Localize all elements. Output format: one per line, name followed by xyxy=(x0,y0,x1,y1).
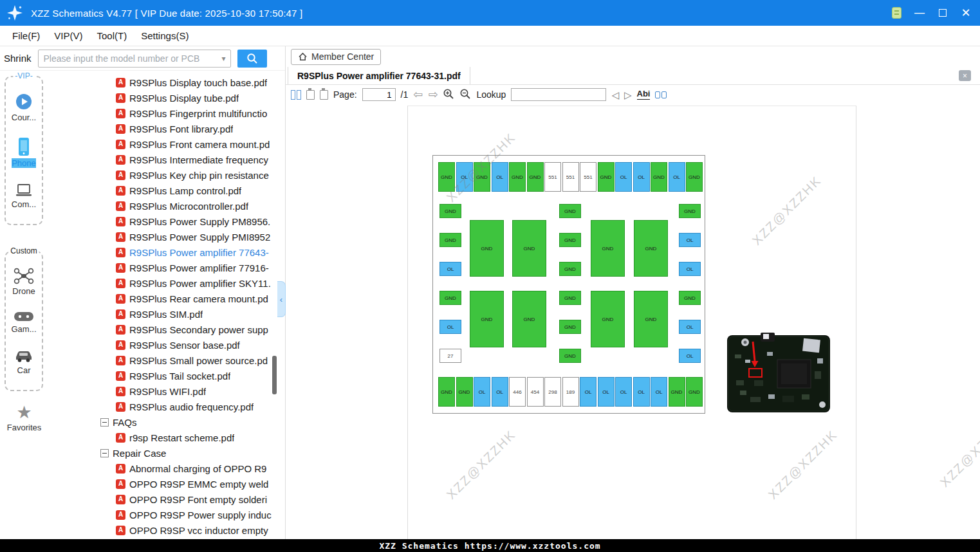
menu-item[interactable]: File(F) xyxy=(5,30,47,41)
highlight-all-icon[interactable] xyxy=(655,91,667,98)
previous-page-icon[interactable]: ⇦ xyxy=(413,89,423,100)
menu-item[interactable]: Settings(S) xyxy=(134,30,196,41)
tree-item-label: R9SPlus SIM.pdf xyxy=(129,309,203,320)
pad-block: GND xyxy=(512,220,546,277)
font-tool-icon[interactable]: Abi xyxy=(637,89,651,99)
pdf-file-icon: A xyxy=(116,309,125,319)
collapse-minus-icon[interactable] xyxy=(100,449,109,457)
tree-item[interactable]: A R9SPlus Power amplifier SKY11. xyxy=(48,275,285,291)
chevron-down-icon[interactable]: ▾ xyxy=(217,54,230,63)
tree-item-label: R9SPlus Secondary power supp xyxy=(129,324,268,335)
close-tab-icon[interactable]: × xyxy=(959,70,971,81)
search-button[interactable] xyxy=(237,50,267,68)
shrink-button[interactable]: Shrink xyxy=(4,53,32,64)
pdf-viewer[interactable]: GNDOLGNDOLGNDGND551551551GNDOLOLGNDOLGND… xyxy=(286,104,980,539)
maximize-button[interactable] xyxy=(931,0,954,26)
vip-clipboard-icon[interactable] xyxy=(885,0,908,26)
tree-item[interactable]: A R9SPlus Secondary power supp xyxy=(48,322,285,337)
tree-item-label: R9SPlus Power amplifier 77643- xyxy=(129,247,269,258)
file-tree: A R9SPlus Display touch base.pdf A R9SPl… xyxy=(48,71,285,539)
tree-scrollbar-thumb[interactable] xyxy=(272,356,277,394)
tree-item-label: OPPO R9SP Power supply induc xyxy=(129,510,272,520)
pad-block: GND xyxy=(591,220,625,277)
tree-item[interactable]: A R9SPlus Fingerprint multifunctio xyxy=(48,106,285,121)
pdf-page: GNDOLGNDOLGNDGND551551551GNDOLOLGNDOLGND… xyxy=(407,106,856,539)
watermark: XZZ@XZZHK xyxy=(938,415,980,490)
pdf-file-icon: A xyxy=(116,387,125,396)
page-number-input[interactable] xyxy=(362,88,396,101)
tree-item[interactable]: A R9SPlus Tail socket.pdf xyxy=(48,368,285,383)
collapse-minus-icon[interactable] xyxy=(100,418,109,427)
custom-section: Custom xyxy=(5,251,43,391)
member-center-button[interactable]: Member Center xyxy=(291,49,381,65)
tree-item[interactable]: A r9sp Restart scheme.pdf xyxy=(48,430,285,445)
menu-item[interactable]: Tool(T) xyxy=(90,30,134,41)
tree-item-label: R9SPlus Power amplifier 77916- xyxy=(129,262,269,273)
minimize-button[interactable]: — xyxy=(908,0,931,26)
sidebar-item-car[interactable]: Car xyxy=(14,349,34,375)
tree-item[interactable]: A R9SPlus Microcontroller.pdf xyxy=(48,198,285,214)
find-next-icon[interactable]: ▷ xyxy=(624,90,632,100)
tree-item[interactable]: A R9SPlus Intermediate frequency xyxy=(48,152,285,167)
next-page-icon[interactable]: ⇨ xyxy=(428,89,438,100)
page-label: Page: xyxy=(333,89,357,100)
pad-cell: GND xyxy=(559,233,581,247)
pad-cell: GND xyxy=(686,377,703,407)
zoom-out-icon[interactable] xyxy=(459,88,471,102)
pdf-file-icon: A xyxy=(116,170,125,180)
tree-item[interactable]: A R9SPlus WIFI.pdf xyxy=(48,383,285,399)
tree-item[interactable]: A Abnormal charging of OPPO R9 xyxy=(48,461,285,476)
close-button[interactable]: ✕ xyxy=(954,0,977,26)
sidebar-item-phone[interactable]: Phone xyxy=(12,137,36,168)
tree-item[interactable]: A R9SPlus Display touch base.pdf xyxy=(48,75,285,90)
search-input[interactable] xyxy=(39,53,217,64)
tree-item[interactable]: A R9SPlus Power amplifier 77916- xyxy=(48,260,285,275)
tree-item[interactable]: A R9SPlus Lamp control.pdf xyxy=(48,183,285,198)
tree-item[interactable]: A R9SPlus Front camera mount.pd xyxy=(48,136,285,152)
zoom-in-icon[interactable] xyxy=(443,88,454,102)
document-pane: Member Center R9SPlus Power amplifier 77… xyxy=(285,46,980,539)
pad-cell: OL xyxy=(474,377,490,407)
tree-item[interactable]: A R9SPlus Rear camera mount.pd xyxy=(48,291,285,306)
tree-item-label: R9SPlus Intermediate frequency xyxy=(129,154,268,165)
sidebar-item-course[interactable]: Cour... xyxy=(12,93,36,122)
pdf-file-icon: A xyxy=(116,479,125,489)
tree-item[interactable]: A R9SPlus Font library.pdf xyxy=(48,121,285,136)
sidebar-item-computer[interactable]: Com... xyxy=(12,183,36,209)
tree-item[interactable]: A R9SPlus Power amplifier 77643- xyxy=(48,244,285,260)
tree-item[interactable]: A R9SPlus Power Supply PMI8952 xyxy=(48,229,285,244)
tree-item[interactable]: A R9SPlus SIM.pdf xyxy=(48,306,285,322)
tree-item[interactable]: A R9SPlus Power Supply PM8956. xyxy=(48,214,285,229)
car-icon xyxy=(14,349,34,363)
pad-cell: GND xyxy=(559,204,581,218)
lookup-input[interactable] xyxy=(511,88,606,101)
sidebar-item-drone[interactable]: Drone xyxy=(12,268,35,296)
tree-item[interactable]: A R9SPlus Key chip pin resistance xyxy=(48,167,285,183)
rotate-left-icon[interactable] xyxy=(306,90,315,100)
sidebar-item-game[interactable]: Gam... xyxy=(11,311,36,334)
pad-cell: GND xyxy=(598,162,615,192)
rotate-right-icon[interactable] xyxy=(320,90,328,100)
tree-item[interactable]: A OPPO R9SP EMMC empty weld xyxy=(48,476,285,492)
tree-item[interactable]: A OPPO R9SP Power supply induc xyxy=(48,507,285,522)
tree-item[interactable]: A OPPO R9SP Font empty solderi xyxy=(48,492,285,507)
two-page-view-icon[interactable] xyxy=(291,90,301,100)
sidebar-item-favorites[interactable]: ★ Favorites xyxy=(0,404,48,432)
tree-item-label: R9SPlus Power amplifier SKY11. xyxy=(129,278,271,289)
tree-group-faqs[interactable]: FAQs xyxy=(48,414,285,430)
tree-item[interactable]: A R9SPlus audio frequency.pdf xyxy=(48,399,285,414)
panel-collapse-handle[interactable]: ‹ xyxy=(277,281,286,317)
pdf-file-icon: A xyxy=(116,78,125,87)
chip-pad-diagram: GNDOLGNDOLGNDGND551551551GNDOLOLGNDOLGND… xyxy=(432,155,705,414)
tree-item[interactable]: A OPPO R9SP vcc inductor empty xyxy=(48,522,285,538)
menu-item[interactable]: VIP(V) xyxy=(47,30,89,41)
pad-cell: OL xyxy=(615,377,632,407)
tree-item[interactable]: A R9SPlus Sensor base.pdf xyxy=(48,337,285,353)
tree-item-label: R9SPlus Rear camera mount.pd xyxy=(129,293,268,304)
phone-icon xyxy=(17,137,31,156)
tree-item[interactable]: A R9SPlus Display tube.pdf xyxy=(48,90,285,106)
document-tab[interactable]: R9SPlus Power amplifier 77643-31.pdf xyxy=(288,67,470,84)
tree-group-repair-case[interactable]: Repair Case xyxy=(48,445,285,461)
tree-item[interactable]: A R9SPlus Small power source.pd xyxy=(48,353,285,368)
find-previous-icon[interactable]: ◁ xyxy=(611,90,619,100)
